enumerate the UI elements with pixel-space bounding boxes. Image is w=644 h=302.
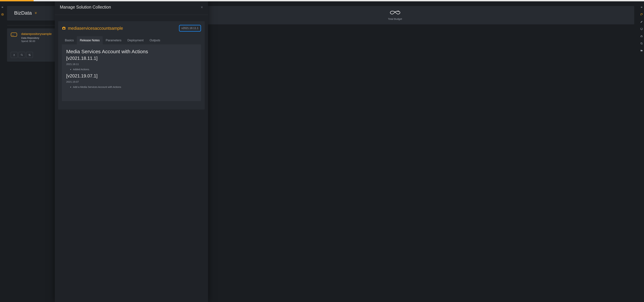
right-panel: Total Budget [154,1,639,302]
drive-icon[interactable] [640,35,643,37]
svg-point-5 [29,54,30,55]
settings-button[interactable] [26,52,33,58]
svg-point-2 [12,35,12,36]
notes-items-1: Add a Media Services Account with Action… [66,85,197,88]
monitor-icon[interactable] [640,28,643,30]
tab-parameters[interactable]: Parameters [103,36,124,44]
modal-header: Manage Solution Collection × [55,0,208,15]
chevron-down-icon[interactable] [35,12,37,14]
svg-rect-1 [11,33,17,36]
close-icon[interactable]: × [201,5,203,9]
resource-info: datarepositorysample Data Repository Spe… [21,32,52,42]
camera-icon [62,26,66,30]
topbar-accent [0,0,34,1]
svg-point-3 [13,35,14,36]
open-folder-icon[interactable] [640,49,643,52]
topbar [0,0,644,1]
resource-spend: Spend: $0.00 [21,40,52,42]
version-badge[interactable]: v2021.18.11.1 [179,25,201,31]
notes-title: Media Services Account with Actions [66,49,197,54]
notes-date-1: 2021.19.07 [66,80,197,83]
storage-icon [11,32,17,37]
tab-basics[interactable]: Basics [62,36,77,44]
expand-right-icon[interactable] [1,6,4,8]
download-button[interactable] [11,52,18,58]
left-rail [0,1,5,302]
resource-name[interactable]: datarepositorysample [21,32,52,36]
solution-name-wrap: mediaservicesaccountsample [62,26,123,31]
collapse-left-icon[interactable] [640,6,643,8]
modal-body: mediaservicesaccountsample v2021.18.11.1… [55,15,208,302]
notes-items-0: Added Actions. [66,68,197,71]
budget-card: Total Budget [156,6,634,24]
svg-point-6 [30,55,30,56]
folder-name: BizData [14,10,32,16]
infinity-icon [390,10,401,15]
solution-name: mediaservicesaccountsample [68,26,123,31]
svg-point-4 [21,54,22,55]
notes-date-0: 2021.18.11 [66,63,197,65]
svg-rect-7 [640,28,643,29]
tab-outputs[interactable]: Outputs [146,36,163,44]
svg-rect-8 [640,36,642,37]
release-notes-panel: Media Services Account with Actions [v20… [62,45,201,101]
budget-label: Total Budget [388,17,402,20]
edit-icon[interactable] [640,20,643,23]
solution-header: mediaservicesaccountsample v2021.18.11.1 [62,25,201,35]
right-rail [639,1,644,302]
svg-rect-10 [641,43,642,44]
add-icon[interactable] [1,13,4,16]
tabs: Basics Release Notes Parameters Deployme… [62,36,201,45]
modal-title: Manage Solution Collection [60,5,111,9]
notes-item: Added Actions. [73,68,197,71]
notes-version-0: [v2021.18.11.1] [66,56,197,61]
resource-type: Data Repository [21,36,52,39]
solution-card: mediaservicesaccountsample v2021.18.11.1… [58,21,205,109]
search-button[interactable] [18,52,25,58]
tab-deployment[interactable]: Deployment [124,36,146,44]
notes-version-1: [v2021.19.07.1] [66,73,197,79]
svg-point-9 [641,36,641,36]
copy-icon[interactable] [640,42,643,45]
modal-manage-solution: Manage Solution Collection × mediaservic… [55,0,208,302]
tab-release-notes[interactable]: Release Notes [77,36,103,44]
notes-item: Add a Media Services Account with Action… [73,85,197,88]
refresh-icon[interactable] [640,13,643,16]
